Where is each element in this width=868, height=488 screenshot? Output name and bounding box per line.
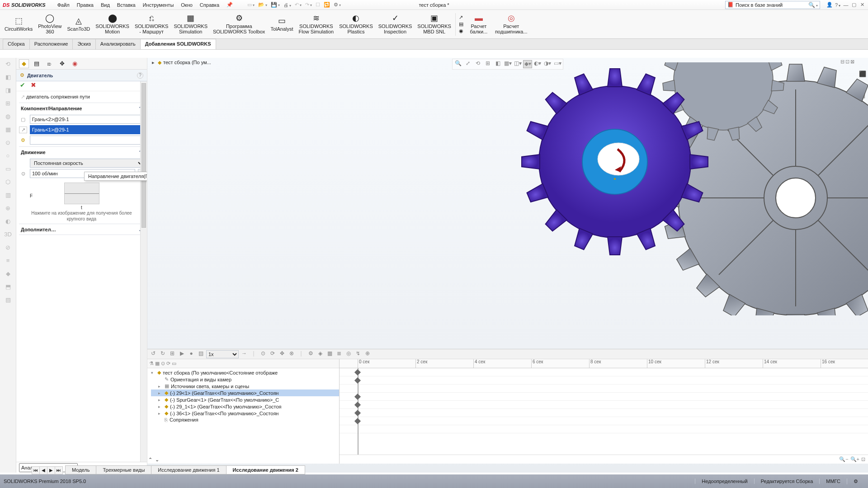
- tl-icon[interactable]: →: [240, 350, 248, 358]
- panel-tab-icon[interactable]: ▤: [32, 59, 42, 68]
- menu-tools[interactable]: Инструменты: [139, 2, 178, 8]
- timeline-tree-item[interactable]: ▸◆(-) 29_1<1> (GearTrax<<По умолчанию>_С…: [151, 403, 339, 410]
- mini-icon[interactable]: ◉: [459, 28, 463, 34]
- rail-icon[interactable]: ⟲: [5, 61, 10, 67]
- addin-circuitworks[interactable]: ⬚CircuitWorks: [2, 16, 35, 33]
- menu-edit[interactable]: Правка: [73, 2, 97, 8]
- filter-icon[interactable]: ⚗: [149, 361, 154, 366]
- menu-help[interactable]: Справка: [196, 2, 223, 8]
- addin-inspection[interactable]: ✓SOLIDWORKS Inspection: [376, 13, 415, 36]
- motor-mate-option[interactable]: ↗ двигатель сопряжения пути: [19, 93, 144, 101]
- panel-tab-icon[interactable]: ⎄: [44, 59, 54, 68]
- qat-options-icon[interactable]: ⚙▾: [332, 2, 343, 8]
- addin-scanto3d[interactable]: ◬ScanTo3D: [65, 16, 93, 33]
- rail-icon[interactable]: ⊞: [5, 100, 10, 107]
- timeline-ruler[interactable]: 0 сек2 сек4 сек6 сек8 сек10 сек12 сек14 …: [340, 359, 868, 368]
- vcr-next-icon[interactable]: ▶: [47, 466, 55, 474]
- tl-icon[interactable]: ≣: [335, 350, 343, 358]
- rail-icon[interactable]: ⊘: [5, 244, 10, 251]
- mini-icon[interactable]: ▤: [459, 21, 463, 27]
- timeline-tree-item[interactable]: ▸◆(-) SpurGear<1> (GearTrax<<По умолчани…: [151, 396, 339, 403]
- menu-window[interactable]: Окно: [177, 2, 196, 8]
- rail-icon[interactable]: ◧: [5, 74, 11, 80]
- rail-icon[interactable]: ▦: [5, 126, 11, 133]
- timeline-tree-item[interactable]: ▸◆(-) 29<1> (GearTrax<<По умолчанию>_Сос…: [151, 389, 339, 396]
- tree-icon[interactable]: ⟳: [166, 361, 170, 366]
- tl-icon[interactable]: ⟳: [269, 350, 277, 358]
- addin-plastics[interactable]: ◐SOLIDWORKS Plastics: [336, 13, 376, 36]
- tab-assembly[interactable]: Сборка: [3, 39, 30, 49]
- addin-toolbox[interactable]: ⚙Программа SOLIDWORKS Toolbox: [210, 13, 268, 36]
- qat-open-icon[interactable]: 📂▾: [256, 2, 269, 8]
- zoom-fit-icon[interactable]: ⊡: [861, 456, 865, 462]
- qat-save-icon[interactable]: 💾▾: [269, 2, 282, 8]
- breadcrumb[interactable]: ▸ ◆тест сборка (По ум...: [152, 60, 211, 66]
- status-gear-icon[interactable]: ⚙: [847, 479, 864, 484]
- tl-icon[interactable]: ✥: [278, 350, 286, 358]
- timeline-tree-item[interactable]: ✎Ориентация и виды камер: [151, 376, 339, 383]
- panel-scrollbar[interactable]: [140, 81, 147, 462]
- timeline-tree-item[interactable]: ⎘Сопряжения: [151, 417, 339, 423]
- tl-icon[interactable]: ↯: [354, 350, 362, 358]
- tree-icon[interactable]: ▭: [172, 361, 176, 366]
- tl-icon[interactable]: ◈: [316, 350, 324, 358]
- zoom-in-icon[interactable]: 🔍+: [850, 456, 859, 462]
- addin-simulation[interactable]: ▦SOLIDWORKS Simulation: [171, 13, 210, 36]
- tl-icon[interactable]: ▶: [178, 350, 186, 358]
- zoom-out-icon[interactable]: 🔍−: [839, 456, 848, 462]
- vcr-last-icon[interactable]: ⏭: [55, 466, 63, 474]
- tl-icon[interactable]: ⚙: [307, 350, 315, 358]
- rail-icon[interactable]: ○: [6, 152, 10, 159]
- panel-tab-icon[interactable]: ✥: [57, 59, 67, 68]
- rail-icon[interactable]: ⬡: [5, 178, 10, 185]
- feature-tree-icon[interactable]: ◆: [19, 59, 29, 68]
- menu-file[interactable]: Файл: [54, 2, 73, 8]
- close-icon[interactable]: ✕: [859, 2, 865, 8]
- rail-icon[interactable]: ◐: [5, 218, 10, 225]
- expand-icon[interactable]: ⌄: [155, 457, 159, 463]
- rail-icon[interactable]: ⊙: [5, 139, 10, 146]
- rail-icon[interactable]: ⬒: [5, 283, 11, 290]
- help-icon[interactable]: ?▾: [835, 2, 841, 8]
- ok-icon[interactable]: ✔: [20, 81, 25, 91]
- btab-model[interactable]: Модель: [65, 465, 96, 474]
- timeline-tree-item[interactable]: ▾◆тест сборка (По умолчанию<Состояние от…: [151, 369, 339, 376]
- qat-redo-icon[interactable]: ↷▾: [303, 2, 314, 8]
- collapse-icon[interactable]: ⌃: [148, 457, 152, 463]
- mini-icon[interactable]: ↗: [459, 14, 463, 20]
- bearing-calc-button[interactable]: ◎Расчет подшипника...: [492, 13, 530, 36]
- status-units[interactable]: ММГС: [819, 479, 847, 484]
- tl-icon[interactable]: ⊕: [363, 350, 372, 358]
- panel-tab-icon[interactable]: ◉: [70, 59, 80, 68]
- tl-icon[interactable]: ⊗: [288, 350, 296, 358]
- restore-icon[interactable]: ▢: [851, 2, 857, 8]
- rail-icon[interactable]: ▭: [5, 165, 11, 172]
- tl-icon[interactable]: ↺: [149, 350, 157, 358]
- tl-icon[interactable]: ⊞: [168, 350, 176, 358]
- timeline-rows[interactable]: [340, 368, 868, 455]
- direction-face-input[interactable]: [30, 125, 144, 134]
- tree-icon[interactable]: ⊙: [161, 361, 165, 366]
- rail-icon[interactable]: 3D: [4, 231, 12, 238]
- direction-icon[interactable]: ↗: [19, 127, 27, 133]
- playback-speed[interactable]: 1x: [206, 350, 239, 358]
- menu-view[interactable]: Вид: [97, 2, 113, 8]
- tree-icon[interactable]: ▦: [155, 361, 160, 366]
- btab-motion2[interactable]: Исследование движения 2: [226, 465, 305, 474]
- minimize-icon[interactable]: —: [843, 2, 849, 8]
- addin-routing[interactable]: ⎌SOLIDWORKS - Маршрут: [132, 13, 171, 36]
- motion-type-select[interactable]: Постоянная скорость: [30, 159, 144, 168]
- timeline-tree-item[interactable]: ▸▦Источники света, камеры и сцены: [151, 383, 339, 389]
- motion-graph[interactable]: [64, 183, 99, 204]
- qat-new-icon[interactable]: ▭▾: [245, 2, 256, 8]
- addin-photoview[interactable]: ◯PhotoView 360: [35, 13, 64, 36]
- relative-component-input[interactable]: [30, 136, 144, 145]
- component-face-input[interactable]: [30, 115, 144, 124]
- beam-calc-button[interactable]: ▬Расчет балки...: [465, 13, 492, 36]
- qat-rebuild-icon[interactable]: 🔁: [322, 2, 332, 8]
- user-icon[interactable]: 👤: [826, 2, 833, 8]
- tl-icon[interactable]: ●: [187, 350, 195, 358]
- tab-addins[interactable]: Добавления SOLIDWORKS: [140, 39, 216, 49]
- tab-layout[interactable]: Расположение: [29, 39, 73, 49]
- rail-icon[interactable]: ⊕: [5, 205, 10, 211]
